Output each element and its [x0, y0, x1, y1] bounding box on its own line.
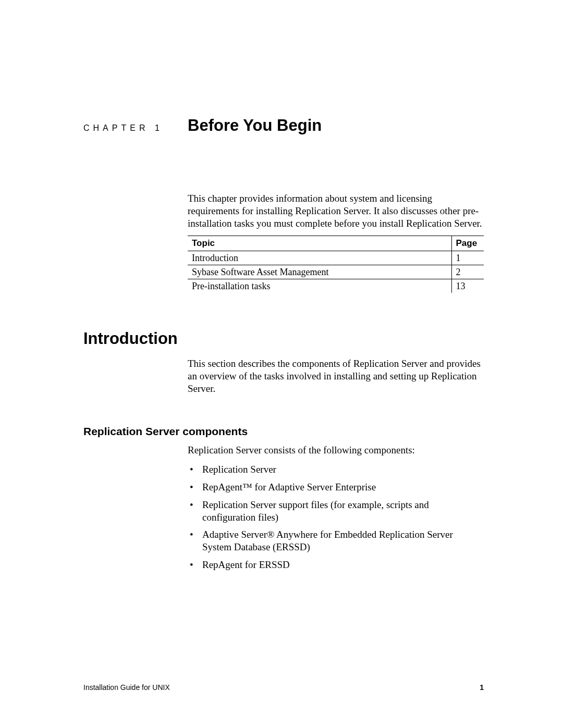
- footer-page-number: 1: [480, 683, 484, 692]
- chapter-title: Before You Begin: [188, 116, 322, 135]
- list-item: RepAgent™ for Adaptive Server Enterprise: [188, 481, 484, 493]
- intro-block: This chapter provides information about …: [188, 192, 484, 293]
- page-footer: Installation Guide for UNIX 1: [83, 683, 484, 692]
- intro-paragraph: This chapter provides information about …: [188, 192, 484, 229]
- toc-header-topic: Topic: [188, 236, 451, 251]
- toc-topic: Sybase Software Asset Management: [188, 265, 451, 279]
- toc-row: Sybase Software Asset Management 2: [188, 265, 484, 279]
- footer-left: Installation Guide for UNIX: [83, 683, 170, 692]
- page-content: CHAPTER 1 Before You Begin This chapter …: [83, 116, 484, 576]
- toc-topic: Pre-installation tasks: [188, 279, 451, 293]
- components-list: Replication Server RepAgent™ for Adaptiv…: [188, 463, 484, 571]
- section1-paragraph: This section describes the components of…: [188, 357, 484, 394]
- list-item: Replication Server: [188, 463, 484, 476]
- toc-page: 2: [451, 265, 484, 279]
- section-heading-introduction: Introduction: [83, 329, 484, 348]
- chapter-label: CHAPTER 1: [83, 124, 188, 133]
- section2-lead: Replication Server consists of the follo…: [188, 444, 484, 456]
- section2-body: Replication Server consists of the follo…: [188, 444, 484, 571]
- toc-row: Pre-installation tasks 13: [188, 279, 484, 293]
- toc-page: 1: [451, 251, 484, 265]
- toc-header-row: Topic Page: [188, 236, 484, 251]
- section1-body: This section describes the components of…: [188, 357, 484, 394]
- chapter-heading-row: CHAPTER 1 Before You Begin: [83, 116, 484, 135]
- subsection-heading-components: Replication Server components: [83, 425, 484, 438]
- list-item: Replication Server support files (for ex…: [188, 499, 484, 524]
- list-item: RepAgent for ERSSD: [188, 559, 484, 571]
- toc-table: Topic Page Introduction 1 Sybase Softwar…: [188, 236, 484, 293]
- toc-topic: Introduction: [188, 251, 451, 265]
- toc-header-page: Page: [451, 236, 484, 251]
- toc-page: 13: [451, 279, 484, 293]
- toc-row: Introduction 1: [188, 251, 484, 265]
- list-item: Adaptive Server® Anywhere for Embedded R…: [188, 528, 484, 553]
